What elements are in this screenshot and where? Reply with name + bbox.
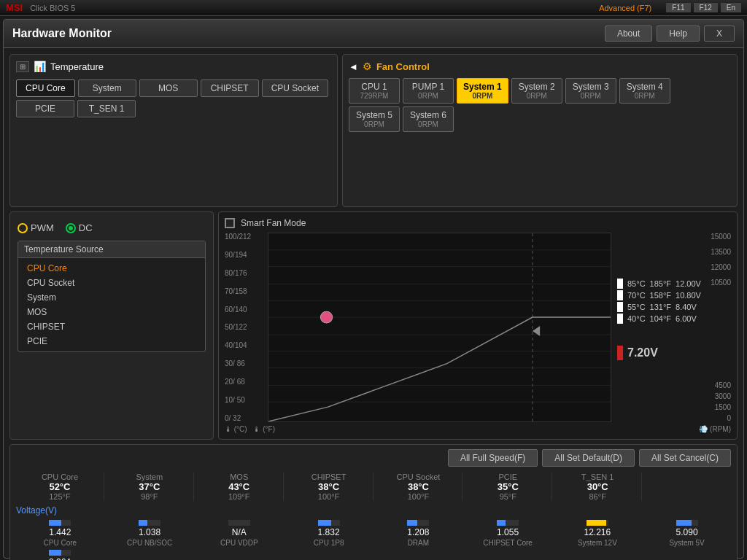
fan-spin-icon: 💨 bbox=[699, 425, 708, 433]
temp-source-system[interactable]: System bbox=[18, 290, 205, 305]
volt-cpu-1p8: 1.832 CPU 1P8 bbox=[285, 520, 373, 547]
temp-cpu-socket: CPU Socket 38°C 100°F bbox=[375, 472, 463, 501]
chart-container: 100/212 90/194 80/176 70/158 60/140 50/1… bbox=[225, 233, 731, 422]
top-bar-title: Click BIOS 5 bbox=[30, 4, 599, 12]
content-area: ⊞ 📊 Temperature CPU Core System MOS CHIP… bbox=[4, 48, 743, 560]
fan-btn-pump1[interactable]: PUMP 1 0RPM bbox=[403, 78, 454, 104]
volt-12v-bar bbox=[587, 520, 608, 526]
temp-btn-pcie[interactable]: PCIE bbox=[16, 100, 74, 117]
about-button[interactable]: About bbox=[605, 26, 652, 42]
rpm-label: (RPM) bbox=[710, 425, 731, 433]
chart-bottom-icons: 🌡 (°C) 🌡 (°F) 💨 (RPM) bbox=[225, 425, 731, 433]
volt-dram: 1.208 DRAM bbox=[374, 520, 462, 547]
temperature-panel: ⊞ 📊 Temperature CPU Core System MOS CHIP… bbox=[9, 54, 338, 207]
fan-btn-system6[interactable]: System 6 0RPM bbox=[403, 106, 454, 132]
temp-f-unit: (°F) bbox=[263, 425, 275, 433]
top-bar-controls: F11 F12 En bbox=[666, 3, 741, 12]
fan-btn-cpu1[interactable]: CPU 1 729RPM bbox=[349, 78, 400, 104]
fan-btn-system2[interactable]: System 2 0RPM bbox=[511, 78, 562, 104]
voltage-row2: 3.364 System 3.3V bbox=[16, 550, 731, 560]
dc-radio[interactable]: DC bbox=[66, 222, 93, 233]
voltage-row1: 1.442 CPU Core 1.038 CPU NB/SOC N/A CPU … bbox=[16, 520, 731, 547]
volt-chipset-bar bbox=[497, 520, 519, 526]
volt-cpu-vddp-bar bbox=[228, 520, 250, 526]
temp-btn-system[interactable]: System bbox=[78, 79, 136, 97]
temperature-label: Temperature bbox=[50, 61, 104, 72]
help-button[interactable]: Help bbox=[657, 26, 700, 42]
temp-chipset: CHIPSET 38°C 100°F bbox=[285, 472, 374, 501]
fan-buttons-row1: CPU 1 729RPM PUMP 1 0RPM System 1 bbox=[349, 78, 731, 104]
temp-btn-tsen1[interactable]: T_SEN 1 bbox=[77, 100, 136, 117]
temp-tsen1: T_SEN 1 30°C 86°F bbox=[554, 472, 642, 501]
smart-fan-header: Smart Fan Mode bbox=[225, 218, 731, 228]
volt-system-12v: 12.216 System 12V bbox=[554, 520, 642, 547]
all-set-default-button[interactable]: All Set Default(D) bbox=[542, 449, 635, 467]
pwm-label: PWM bbox=[31, 222, 54, 233]
temperature-readings: CPU Core 52°C 125°F System 37°C 98°F MOS… bbox=[16, 472, 731, 501]
temperature-source-title: Temperature Source bbox=[18, 241, 205, 258]
rpm-unit-display: 💨 (RPM) bbox=[699, 425, 731, 433]
volt-dram-bar bbox=[407, 520, 429, 526]
f12-button[interactable]: F12 bbox=[694, 3, 718, 12]
fan-btn-system1[interactable]: System 1 0RPM bbox=[457, 78, 508, 104]
fan-btn-system4[interactable]: System 4 0RPM bbox=[619, 78, 670, 104]
fan-btn-system5[interactable]: System 5 0RPM bbox=[349, 106, 400, 132]
volt-cpu-core: 1.442 CPU Core bbox=[16, 520, 104, 547]
temp-source-mos[interactable]: MOS bbox=[18, 305, 205, 319]
temp-mos: MOS 43°C 109°F bbox=[196, 472, 284, 501]
temp-f-icon: 🌡 bbox=[253, 425, 260, 433]
advanced-label: Advanced (F7) bbox=[599, 4, 651, 12]
temp-btn-chipset[interactable]: CHIPSET bbox=[201, 79, 259, 97]
smart-fan-checkbox[interactable] bbox=[225, 218, 235, 228]
temperature-source-box: Temperature Source CPU Core CPU Socket S… bbox=[18, 241, 206, 352]
volt-system-5v: 5.090 System 5V bbox=[643, 520, 731, 547]
volt-cpu-nb-soc: 1.038 CPU NB/SOC bbox=[106, 520, 194, 547]
top-bar: MSI Click BIOS 5 Advanced (F7) F11 F12 E… bbox=[0, 0, 747, 16]
volt-5v-bar bbox=[676, 520, 698, 526]
chart-temp-thresholds: 85°C 185°F 12.00V 70°C 158°F 10.80V bbox=[617, 279, 731, 324]
fan-control-label: Fan Control bbox=[376, 61, 430, 72]
temp-system: System 37°C 98°F bbox=[106, 472, 194, 501]
window-buttons: About Help X bbox=[605, 26, 735, 42]
dc-label: DC bbox=[79, 222, 93, 233]
all-full-speed-button[interactable]: All Full Speed(F) bbox=[448, 449, 538, 467]
temperature-header: ⊞ 📊 Temperature bbox=[16, 61, 331, 72]
volt-chipset-core: 1.055 CHIPSET Core bbox=[464, 520, 552, 547]
en-button[interactable]: En bbox=[721, 3, 741, 12]
expand-button[interactable]: ⊞ bbox=[16, 61, 29, 72]
temp-source-chipset[interactable]: CHIPSET bbox=[18, 319, 205, 334]
volt-33v-bar bbox=[49, 550, 71, 556]
temp-btn-cpu-socket[interactable]: CPU Socket bbox=[262, 79, 328, 97]
chart-main[interactable] bbox=[268, 233, 611, 422]
temp-unit-display: 🌡 (°C) 🌡 (°F) bbox=[225, 425, 275, 433]
threshold-40: 40°C 104°F 6.00V bbox=[617, 314, 731, 324]
fan-control-header: ◄ ⚙ Fan Control bbox=[349, 61, 731, 72]
volt-cpu-vddp: N/A CPU VDDP bbox=[196, 520, 284, 547]
close-button[interactable]: X bbox=[704, 26, 735, 42]
all-set-cancel-button[interactable]: All Set Cancel(C) bbox=[639, 449, 731, 467]
temp-empty bbox=[643, 472, 731, 501]
top-section: ⊞ 📊 Temperature CPU Core System MOS CHIP… bbox=[9, 54, 738, 207]
temp-btn-cpu-core[interactable]: CPU Core bbox=[16, 79, 75, 97]
dc-radio-inner bbox=[69, 226, 73, 230]
action-buttons: All Full Speed(F) All Set Default(D) All… bbox=[16, 449, 731, 467]
temp-source-cpu-core[interactable]: CPU Core bbox=[18, 261, 205, 276]
chart-area: Smart Fan Mode 100/212 90/194 80/176 70/… bbox=[218, 211, 738, 440]
fan-btn-system3[interactable]: System 3 0RPM bbox=[565, 78, 616, 104]
volt-cpu-core-bar bbox=[49, 520, 71, 526]
temp-btn-mos[interactable]: MOS bbox=[139, 79, 198, 97]
temperature-source-list: CPU Core CPU Socket System MOS CHIPSET P… bbox=[18, 258, 205, 351]
bottom-bar: All Full Speed(F) All Set Default(D) All… bbox=[9, 444, 738, 560]
f11-button[interactable]: F11 bbox=[666, 3, 690, 12]
msi-logo: MSI bbox=[6, 2, 23, 13]
current-voltage-display: 7.20V bbox=[617, 346, 731, 360]
temp-source-cpu-socket[interactable]: CPU Socket bbox=[18, 276, 205, 290]
threshold-70: 70°C 158°F 10.80V bbox=[617, 290, 731, 300]
voltage-value: 7.20V bbox=[627, 346, 658, 359]
chart-right: 15000 13500 12000 10500 85°C 185°F bbox=[614, 233, 731, 422]
thermometer-icon: 🌡 bbox=[225, 425, 232, 433]
fan-icon: ⚙ bbox=[363, 61, 372, 72]
temp-source-pcie[interactable]: PCIE bbox=[18, 334, 205, 349]
pwm-radio[interactable]: PWM bbox=[18, 222, 54, 233]
voltage-section-title: Voltage(V) bbox=[16, 505, 731, 516]
